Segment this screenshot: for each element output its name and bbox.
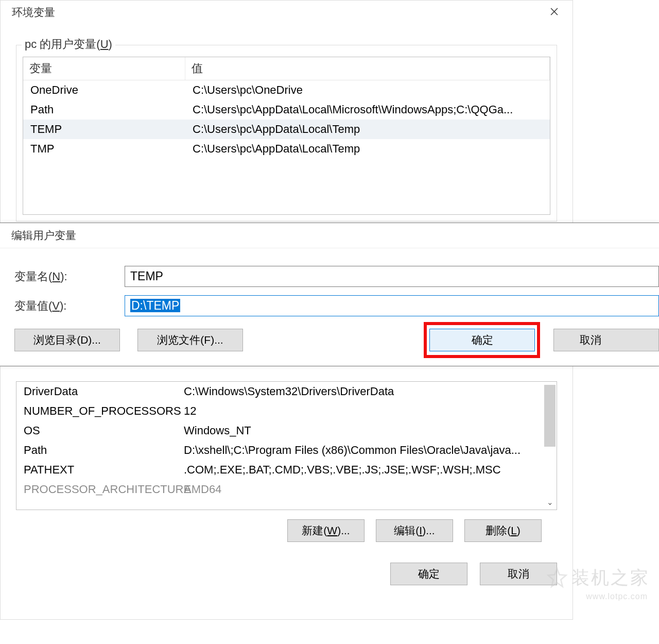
user-vars-list[interactable]: 变量 值 OneDrive C:\Users\pc\OneDrive Path … xyxy=(23,57,550,215)
table-row[interactable]: TEMP C:\Users\pc\AppData\Local\Temp xyxy=(23,120,550,139)
user-vars-group: pc 的用户变量(U) 变量 值 OneDrive C:\Users\pc\On… xyxy=(16,45,557,222)
edit-variable-dialog: 编辑用户变量 变量名(N): 变量值(V): D:\TEMP 浏览目录(D)..… xyxy=(0,223,659,366)
system-vars-list[interactable]: DriverData C:\Windows\System32\Drivers\D… xyxy=(16,381,557,510)
variable-name-label: 变量名(N): xyxy=(14,269,125,284)
main-cancel-button[interactable]: 取消 xyxy=(480,563,557,585)
edit-sys-button[interactable]: 编辑(I)... xyxy=(376,519,453,542)
col-header-value[interactable]: 值 xyxy=(185,57,550,80)
main-ok-button[interactable]: 确定 xyxy=(390,563,467,585)
table-row[interactable]: Path D:\xshell\;C:\Program Files (x86)\C… xyxy=(16,440,557,460)
table-row[interactable]: PATHEXT .COM;.EXE;.BAT;.CMD;.VBS;.VBE;.J… xyxy=(16,460,557,480)
scrollbar-thumb[interactable] xyxy=(544,385,556,447)
table-row[interactable]: DriverData C:\Windows\System32\Drivers\D… xyxy=(16,382,557,401)
chevron-down-icon[interactable]: ⌄ xyxy=(544,496,556,509)
table-row[interactable]: Path C:\Users\pc\AppData\Local\Microsoft… xyxy=(23,100,550,120)
browse-directory-button[interactable]: 浏览目录(D)... xyxy=(14,329,120,351)
table-row[interactable]: OneDrive C:\Users\pc\OneDrive xyxy=(23,80,550,100)
list-header: 变量 值 xyxy=(23,57,550,80)
user-vars-legend: pc 的用户变量(U) xyxy=(22,37,115,52)
variable-name-field[interactable] xyxy=(125,266,659,287)
window-title: 环境变量 xyxy=(12,5,55,20)
table-row[interactable]: PROCESSOR_ARCHITECTURE AMD64 xyxy=(16,480,557,499)
new-sys-button[interactable]: 新建(W)... xyxy=(287,519,365,542)
close-icon[interactable] xyxy=(544,5,564,20)
edit-cancel-button[interactable]: 取消 xyxy=(553,329,659,351)
table-row[interactable]: OS Windows_NT xyxy=(16,421,557,440)
title-bar: 环境变量 xyxy=(1,1,573,24)
edit-dialog-title: 编辑用户变量 xyxy=(11,228,76,243)
variable-value-label: 变量值(V): xyxy=(14,298,125,314)
table-row[interactable]: TMP C:\Users\pc\AppData\Local\Temp xyxy=(23,139,550,159)
edit-dialog-title-bar: 编辑用户变量 xyxy=(0,223,659,248)
system-vars-section: DriverData C:\Windows\System32\Drivers\D… xyxy=(16,381,557,542)
variable-value-field[interactable]: D:\TEMP xyxy=(125,295,659,316)
col-header-variable[interactable]: 变量 xyxy=(23,57,185,80)
table-row[interactable]: NUMBER_OF_PROCESSORS 12 xyxy=(16,401,557,421)
browse-file-button[interactable]: 浏览文件(F)... xyxy=(137,329,243,351)
delete-sys-button[interactable]: 删除(L) xyxy=(464,519,542,542)
edit-ok-button[interactable]: 确定 xyxy=(429,329,535,351)
